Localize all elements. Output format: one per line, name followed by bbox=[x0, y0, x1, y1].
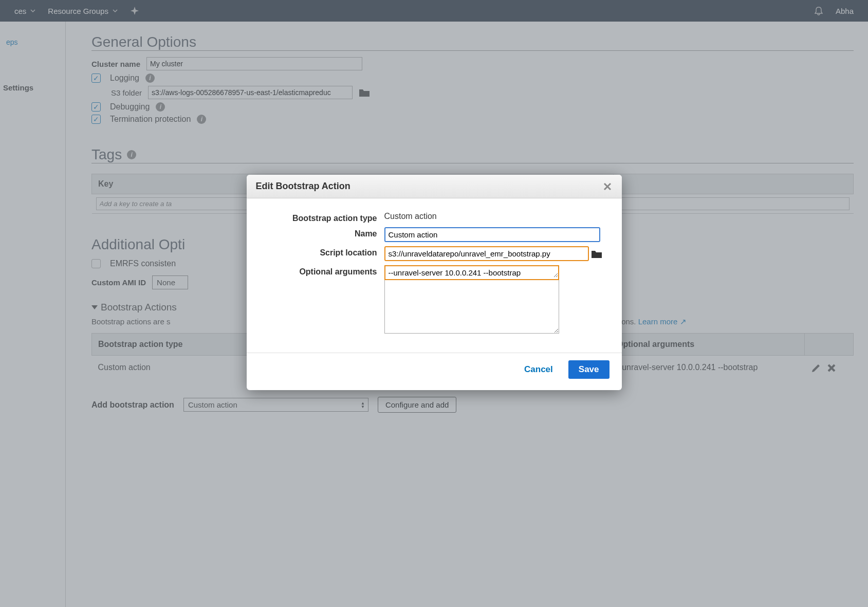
folder-icon[interactable] bbox=[591, 249, 602, 259]
save-button[interactable]: Save bbox=[568, 360, 610, 379]
modal-args-input-highlight[interactable] bbox=[385, 266, 558, 278]
modal-footer: Cancel Save bbox=[247, 353, 622, 390]
modal-script-label: Script location bbox=[259, 246, 377, 257]
modal-args-label: Optional arguments bbox=[259, 265, 377, 277]
modal-header: Edit Bootstrap Action bbox=[247, 175, 622, 198]
modal-type-label: Bootstrap action type bbox=[259, 212, 377, 223]
modal-overlay: Edit Bootstrap Action Bootstrap action t… bbox=[0, 0, 868, 423]
close-icon[interactable] bbox=[602, 181, 613, 192]
modal-name-input[interactable] bbox=[384, 227, 600, 242]
modal-name-label: Name bbox=[259, 227, 377, 238]
modal-script-input[interactable] bbox=[384, 246, 589, 261]
cancel-button[interactable]: Cancel bbox=[524, 364, 553, 375]
modal-body: Bootstrap action type Custom action Name… bbox=[247, 198, 622, 348]
modal-args-input[interactable] bbox=[384, 280, 559, 334]
modal-type-value: Custom action bbox=[384, 212, 437, 221]
edit-bootstrap-modal: Edit Bootstrap Action Bootstrap action t… bbox=[247, 175, 622, 390]
modal-title: Edit Bootstrap Action bbox=[256, 181, 350, 192]
